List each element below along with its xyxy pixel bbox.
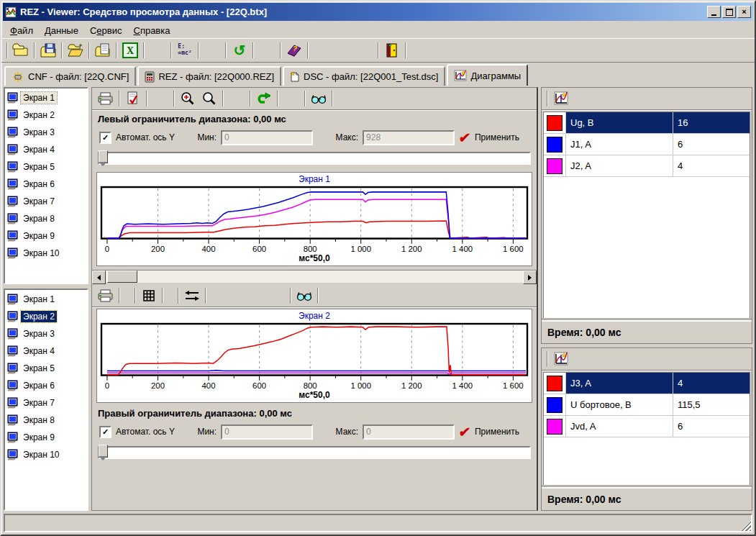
legend-row[interactable]: J3, A4 (544, 373, 750, 394)
scroll-right-icon[interactable] (523, 271, 537, 284)
report-check-icon[interactable] (122, 88, 144, 109)
tab-label: DSC - файл: [22Q001_Test.dsc] (304, 71, 438, 82)
slider-thumb[interactable] (99, 445, 108, 458)
menu-item-4[interactable]: Справка (127, 24, 176, 37)
list-item-screen-5[interactable]: Экран 5 (6, 360, 86, 377)
list-item-screen-8[interactable]: Экран 8 (6, 412, 86, 429)
list-item-screen-1[interactable]: Экран 1 (6, 89, 86, 106)
close-button[interactable]: × (737, 6, 751, 18)
print-preview-icon[interactable] (92, 40, 114, 60)
right-range-slider[interactable] (98, 445, 531, 462)
apply-button-bottom[interactable]: ✔ Применить (459, 425, 519, 439)
scrollbar-thumb[interactable] (107, 271, 137, 283)
apply-button-top[interactable]: ✔ Применить (459, 131, 519, 145)
list-item-screen-8[interactable]: Экран 8 (6, 210, 86, 227)
formula-icon[interactable]: E: =mc² (174, 40, 196, 60)
svg-text:800: 800 (304, 381, 317, 390)
list-item-screen-6[interactable]: Экран 6 (6, 377, 86, 394)
print-icon[interactable] (95, 88, 117, 109)
menu-item-1[interactable]: Файл (4, 24, 39, 37)
app-icon (5, 6, 17, 18)
monitor-icon (6, 432, 19, 443)
tab-3[interactable]: DSC - файл: [22Q001_Test.dsc] (283, 66, 445, 86)
undo-icon[interactable] (253, 88, 275, 109)
series-name: J3, A (566, 373, 673, 394)
legend-row[interactable]: J1, A6 (544, 134, 750, 155)
menu-item-2[interactable]: Данные (39, 24, 84, 37)
glasses-icon[interactable] (293, 286, 315, 306)
tab-2[interactable]: REZ - файл: [22Q000.REZ] (137, 66, 281, 86)
list-item-screen-6[interactable]: Экран 6 (6, 176, 86, 193)
menu-item-3[interactable]: Сервис (84, 24, 128, 37)
monitor-icon (6, 449, 19, 460)
slider-thumb[interactable] (99, 150, 108, 163)
legend-row[interactable]: J2, A4 (544, 155, 750, 177)
chart-1-plot[interactable]: 02004006008001 0001 2001 4001 600 (100, 186, 529, 253)
legend-table-bottom[interactable]: J3, A4U бортовое, B115,5Jvd, A6 (543, 372, 750, 486)
legend-row[interactable]: Jvd, A6 (544, 416, 750, 437)
min-field-top[interactable] (221, 130, 313, 145)
slider-track[interactable] (98, 446, 531, 459)
auto-y-label-bottom: Автомат. ось Y (116, 427, 175, 437)
list-item-screen-9[interactable]: Экран 9 (6, 429, 86, 446)
tab-4[interactable]: Диаграммы (447, 64, 528, 86)
monitor-icon (6, 230, 19, 242)
time-label-bottom: Время: 0,00 мс (542, 487, 752, 510)
grid-icon[interactable] (138, 286, 160, 306)
zoom-out-icon[interactable] (199, 88, 220, 109)
screen-list-bottom[interactable]: Экран 1Экран 2Экран 3Экран 4Экран 5Экран… (4, 289, 88, 511)
swap-arrows-icon[interactable] (181, 286, 203, 306)
screen-label: Экран 7 (21, 397, 57, 409)
list-item-screen-5[interactable]: Экран 5 (6, 158, 86, 176)
auto-y-checkbox-top[interactable]: ✓ (99, 132, 111, 144)
chart-panel-1[interactable]: Экран 1 02004006008001 0001 2001 4001 60… (96, 172, 532, 266)
title-bar: REZ - Viewer: Средство просмотра данных … (3, 3, 753, 21)
scroll-left-icon[interactable] (92, 271, 106, 284)
save-icon[interactable] (37, 40, 59, 60)
legend-row[interactable]: U бортовое, B115,5 (544, 394, 750, 416)
left-range-slider[interactable] (98, 150, 531, 168)
screen-label: Экран 4 (21, 144, 57, 155)
list-item-screen-4[interactable]: Экран 4 (6, 141, 86, 158)
chart-panel-2[interactable]: Экран 2 02004006008001 0001 2001 4001 60… (96, 309, 532, 403)
folders-icon[interactable] (10, 40, 32, 60)
max-field-top[interactable] (363, 130, 455, 145)
auto-y-checkbox-bottom[interactable]: ✓ (99, 426, 111, 438)
chart-2-plot[interactable]: 02004006008001 0001 2001 4001 600 (100, 322, 529, 390)
horizontal-scrollbar[interactable] (92, 270, 537, 283)
legend-table-top[interactable]: Ug, B16J1, A6J2, A4 (543, 112, 750, 319)
list-item-screen-9[interactable]: Экран 9 (6, 227, 86, 245)
list-item-screen-7[interactable]: Экран 7 (6, 394, 86, 412)
list-item-screen-3[interactable]: Экран 3 (6, 124, 86, 141)
tab-1[interactable]: CNF - файл: [22Q.CNF] (4, 66, 136, 86)
list-item-screen-4[interactable]: Экран 4 (6, 342, 86, 360)
list-item-screen-2[interactable]: Экран 2 (6, 308, 86, 325)
resize-grip-icon[interactable] (741, 521, 751, 531)
help-book-icon[interactable]: ? (283, 40, 305, 60)
monitor-icon (6, 127, 19, 138)
minimize-button[interactable] (707, 6, 721, 18)
list-item-screen-3[interactable]: Экран 3 (6, 325, 86, 342)
diagram-icon[interactable] (550, 88, 572, 109)
list-item-screen-1[interactable]: Экран 1 (6, 291, 86, 308)
list-item-screen-2[interactable]: Экран 2 (6, 106, 86, 124)
legend-row[interactable]: Ug, B16 (544, 112, 750, 134)
zoom-in-icon[interactable] (177, 88, 199, 109)
open-folder-icon[interactable] (65, 40, 86, 60)
print-icon[interactable] (95, 286, 117, 306)
max-field-bottom[interactable] (363, 424, 455, 440)
min-field-bottom[interactable] (221, 424, 313, 440)
list-item-screen-10[interactable]: Экран 10 (6, 245, 86, 262)
maximize-button[interactable] (722, 6, 736, 18)
glasses-icon[interactable] (308, 88, 329, 109)
svg-text:1 600: 1 600 (503, 381, 524, 390)
screen-list-top[interactable]: Экран 1Экран 2Экран 3Экран 4Экран 5Экран… (4, 87, 88, 284)
slider-track[interactable] (98, 152, 531, 165)
diagram-icon[interactable] (550, 349, 572, 369)
svg-text:X: X (127, 45, 134, 56)
excel-export-icon[interactable]: X (119, 40, 141, 60)
list-item-screen-10[interactable]: Экран 10 (6, 446, 86, 463)
list-item-screen-7[interactable]: Экран 7 (6, 193, 86, 210)
exit-door-icon[interactable] (381, 40, 403, 60)
refresh-icon[interactable]: ↺ (229, 40, 250, 60)
